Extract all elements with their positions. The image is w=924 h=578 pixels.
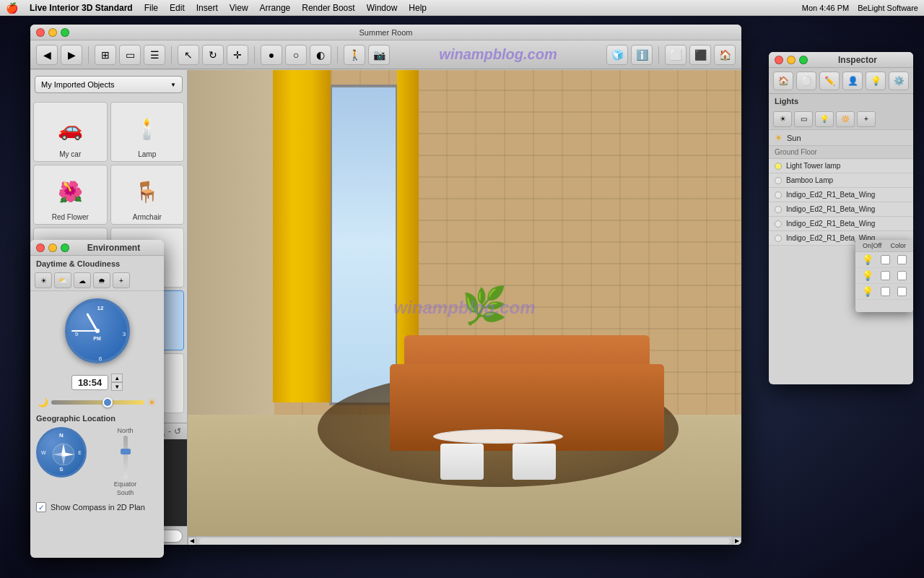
view-3d-btn[interactable]: ⬛: [689, 45, 711, 65]
light-name-2: Indigo_Ed2_R1_Beta_Wing: [786, 191, 875, 199]
lsp-check-2[interactable]: [881, 287, 890, 296]
time-down-btn[interactable]: ▼: [111, 382, 123, 391]
lights-btn-5[interactable]: +: [857, 111, 876, 127]
insp-btn-5[interactable]: 💡: [866, 72, 886, 90]
insp-btn-6[interactable]: ⚙️: [889, 72, 909, 90]
dt-btn-4[interactable]: 🌧: [93, 272, 110, 288]
minimize-button[interactable]: [48, 28, 57, 37]
sun-row: ☀ Sun: [769, 130, 913, 146]
floor-plan-button[interactable]: ⊞: [95, 45, 116, 65]
object-item-red-flower[interactable]: 🌺 Red Flower: [33, 165, 108, 225]
scroll-track[interactable]: [199, 538, 730, 544]
select-tool[interactable]: ↖: [178, 45, 199, 65]
light-dot-2: [775, 191, 782, 199]
move-tool[interactable]: ✛: [227, 45, 248, 65]
time-up-btn[interactable]: ▲: [111, 374, 123, 382]
maximize-button[interactable]: [61, 28, 69, 37]
light-dot-5: [775, 235, 782, 242]
apple-menu[interactable]: 🍎: [6, 2, 18, 14]
thumb-armchair: 🪑: [124, 170, 170, 213]
lights-btn-3[interactable]: 💡: [815, 111, 834, 127]
lsp-check-1[interactable]: [881, 271, 890, 280]
env-title: Environment: [69, 243, 158, 253]
light-entry-1[interactable]: Bamboo Lamp: [769, 173, 913, 188]
insp-btn-2[interactable]: ⚪: [796, 72, 816, 90]
app-name[interactable]: Live Interior 3D Standard: [30, 3, 133, 13]
moon-icon: 🌙: [38, 397, 48, 407]
inspector-title: Inspector: [808, 55, 907, 65]
object-item-lamp[interactable]: 🕯️ Lamp: [110, 102, 185, 162]
watermark: winampblog.com: [393, 46, 603, 63]
lsp-color-1[interactable]: [897, 271, 907, 280]
forward-button[interactable]: ▶: [61, 45, 82, 65]
person-tool[interactable]: 🚶: [344, 45, 365, 65]
sun-slider[interactable]: [51, 400, 144, 405]
rotate-tool[interactable]: ↻: [202, 45, 224, 65]
light-dot-4: [775, 220, 782, 228]
lat-thumb[interactable]: [121, 449, 131, 454]
reset-view-btn[interactable]: ↺: [174, 426, 181, 436]
lights-btn-1[interactable]: ☀: [773, 111, 792, 127]
arrange-menu[interactable]: Arrange: [260, 3, 291, 13]
env-max-btn[interactable]: [61, 243, 69, 252]
insert-menu[interactable]: Insert: [196, 3, 218, 13]
scroll-left-btn[interactable]: ◀: [188, 537, 196, 545]
show-compass-checkbox[interactable]: ✓: [36, 502, 46, 512]
lsp-row-2: 💡: [855, 284, 913, 300]
elevation-button[interactable]: ▭: [119, 45, 141, 65]
list-button[interactable]: ☰: [144, 45, 165, 65]
home-btn[interactable]: 🏠: [714, 45, 736, 65]
edit-menu[interactable]: Edit: [170, 3, 185, 13]
close-button[interactable]: [36, 28, 45, 37]
insp-btn-1[interactable]: 🏠: [773, 72, 793, 90]
help-menu[interactable]: Help: [409, 3, 427, 13]
camera-tool[interactable]: 📷: [368, 45, 390, 65]
inspector-min-btn[interactable]: [787, 56, 796, 64]
inspector-close-btn[interactable]: [775, 56, 783, 64]
category-dropdown[interactable]: My Imported Objects: [35, 76, 183, 93]
lights-side-panel: On|Off Color 💡 💡 💡: [855, 240, 913, 312]
env-close-btn[interactable]: [36, 243, 45, 252]
env-min-btn[interactable]: [48, 243, 57, 252]
lat-track[interactable]: [123, 436, 128, 479]
light-entry-0[interactable]: Light Tower lamp: [769, 159, 913, 173]
info-btn[interactable]: ℹ️: [631, 45, 653, 65]
lsp-check-0[interactable]: [881, 255, 890, 264]
back-button[interactable]: ◀: [36, 45, 58, 65]
light-entry-4[interactable]: Indigo_Ed2_R1_Beta_Wing: [769, 217, 913, 231]
file-menu[interactable]: File: [144, 3, 158, 13]
object-item-armchair[interactable]: 🪑 Armchair: [110, 165, 185, 225]
scroll-right-btn[interactable]: ▶: [733, 537, 741, 545]
inspector-max-btn[interactable]: [799, 56, 808, 64]
dt-btn-5[interactable]: +: [113, 272, 130, 288]
label-lamp: Lamp: [138, 150, 156, 158]
view-2d-btn[interactable]: ⬜: [665, 45, 687, 65]
lsp-color-2[interactable]: [897, 287, 907, 296]
arc-tool[interactable]: ◐: [310, 45, 331, 65]
light-entry-2[interactable]: Indigo_Ed2_R1_Beta_Wing: [769, 188, 913, 202]
lights-btn-4[interactable]: 🔆: [836, 111, 855, 127]
main-scrollbar[interactable]: ◀ ▶: [188, 536, 741, 545]
oval-tool[interactable]: ○: [285, 45, 307, 65]
object-item-my-car[interactable]: 🚗 My car: [33, 102, 108, 162]
render-menu[interactable]: Render Boost: [302, 3, 354, 13]
toolbar-sep-5: [658, 46, 659, 64]
view-menu[interactable]: View: [230, 3, 248, 13]
inspector-controls: [775, 56, 808, 64]
dt-btn-2[interactable]: ⛅: [54, 272, 71, 288]
window-menu[interactable]: Window: [367, 3, 398, 13]
sun-slider-thumb[interactable]: [103, 397, 113, 407]
env-controls: [36, 243, 69, 252]
dt-btn-3[interactable]: ☁: [74, 272, 91, 288]
dt-btn-1[interactable]: ☀: [35, 272, 52, 288]
3d-view-btn[interactable]: 🧊: [606, 45, 628, 65]
lsp-color-0[interactable]: [897, 255, 907, 264]
zoom-out-btn[interactable]: -: [168, 426, 171, 436]
insp-btn-3[interactable]: ✏️: [819, 72, 840, 90]
lights-btn-2[interactable]: ▭: [794, 111, 813, 127]
insp-btn-4[interactable]: 👤: [842, 72, 863, 90]
lsp-header: On|Off Color: [855, 240, 913, 252]
light-entry-3[interactable]: Indigo_Ed2_R1_Beta_Wing: [769, 202, 913, 217]
circle-tool[interactable]: ●: [261, 45, 282, 65]
time-display[interactable]: 18:54: [71, 375, 108, 390]
